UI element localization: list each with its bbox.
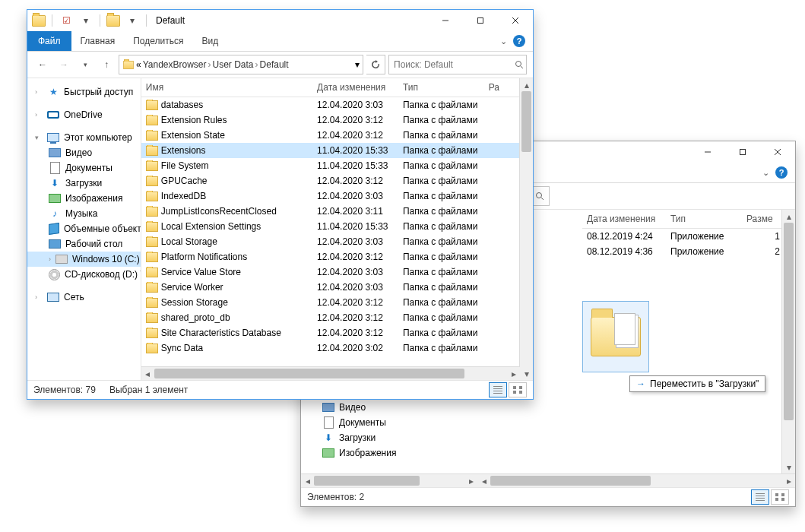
table-row[interactable]: Extension State12.04.2020 3:12Папка с фа… xyxy=(141,128,533,143)
nav-back-button[interactable]: ← xyxy=(33,55,52,74)
search-box[interactable] xyxy=(388,55,527,74)
minimize-button[interactable] xyxy=(690,141,725,163)
nav-up-button[interactable]: ↑ xyxy=(97,55,116,74)
nav-3d-objects[interactable]: Объемные объекты xyxy=(27,221,141,236)
col-date[interactable]: Дата изменения xyxy=(582,214,666,224)
table-row[interactable]: shared_proto_db12.04.2020 3:12Папка с фа… xyxy=(141,310,533,325)
navigation-pane[interactable]: ›★Быстрый доступ ›OneDrive ▾Этот компьют… xyxy=(27,78,141,380)
nav-drive-c[interactable]: ›Windows 10 (C:) xyxy=(27,252,141,267)
nav-desktop[interactable]: Рабочий стол xyxy=(27,236,141,252)
col-size[interactable]: Ра xyxy=(484,82,520,93)
folder-icon xyxy=(146,237,158,247)
table-row[interactable]: Extension Rules12.04.2020 3:12Папка с фа… xyxy=(141,112,533,128)
ribbon-collapse-icon[interactable]: ⌄ xyxy=(762,168,769,178)
close-button[interactable] xyxy=(760,141,795,163)
breadcrumb-root-icon[interactable] xyxy=(123,60,134,68)
crumb-yandexbrowser[interactable]: YandexBrowser› xyxy=(143,59,211,70)
table-row[interactable]: Local Storage12.04.2020 3:03Папка с файл… xyxy=(141,234,533,249)
nav-downloads[interactable]: ⬇Загрузки xyxy=(301,430,468,445)
table-row[interactable]: Service Value Store12.04.2020 3:03Папка … xyxy=(141,264,533,280)
crumb-userdata[interactable]: User Data› xyxy=(213,59,258,70)
close-button[interactable] xyxy=(498,10,533,31)
folder-icon xyxy=(146,222,158,232)
table-row[interactable]: GPUCache12.04.2020 3:12Папка с файлами xyxy=(141,173,533,188)
scroll-down-icon[interactable]: ▾ xyxy=(520,367,533,380)
list-hscroll[interactable]: ◂▸ xyxy=(477,473,795,487)
nav-this-pc[interactable]: ▾Этот компьютер xyxy=(27,130,141,145)
view-details-button[interactable] xyxy=(751,489,769,505)
nav-videos[interactable]: Видео xyxy=(301,400,468,415)
nav-onedrive[interactable]: ›OneDrive xyxy=(27,107,141,122)
table-row[interactable]: Local Extension Settings11.04.2020 15:33… xyxy=(141,219,533,234)
table-row[interactable]: databases12.04.2020 3:03Папка с файлами xyxy=(141,97,533,112)
minimize-button[interactable] xyxy=(428,10,463,31)
column-headers[interactable]: Имя Дата изменения Тип Ра xyxy=(141,78,533,97)
table-row[interactable]: Session Storage12.04.2020 3:12Папка с фа… xyxy=(141,295,533,310)
maximize-button[interactable] xyxy=(725,141,760,163)
table-row[interactable]: 08.12.2019 4:36Приложение2 xyxy=(582,244,795,259)
qat-customize-icon[interactable]: ▾ xyxy=(78,13,93,28)
nav-recent-button[interactable]: ▾ xyxy=(76,55,94,74)
col-type[interactable]: Тип xyxy=(398,82,484,93)
table-row[interactable]: IndexedDB12.04.2020 3:03Папка с файлами xyxy=(141,188,533,204)
view-details-button[interactable] xyxy=(489,382,507,397)
nav-hscroll[interactable]: ◂▸ xyxy=(301,473,477,487)
scroll-up-icon[interactable]: ▴ xyxy=(520,78,533,91)
maximize-button[interactable] xyxy=(463,10,498,31)
view-icons-button[interactable] xyxy=(509,382,527,397)
help-icon[interactable]: ? xyxy=(513,35,525,47)
chevron-icon[interactable]: « xyxy=(136,59,141,70)
col-name[interactable]: Имя xyxy=(141,82,312,93)
explorer-window-default[interactable]: ☑ ▾ ▾ Default Файл Главная Поделиться Ви… xyxy=(27,9,534,400)
nav-documents[interactable]: Документы xyxy=(301,415,468,430)
column-headers[interactable]: Дата изменения Тип Разме xyxy=(582,210,795,229)
table-row[interactable]: File System11.04.2020 15:33Папка с файла… xyxy=(141,158,533,173)
refresh-button[interactable] xyxy=(366,55,385,74)
col-type[interactable]: Тип xyxy=(666,214,742,224)
nav-drive-d[interactable]: CD-дисковод (D:) V xyxy=(27,267,141,282)
view-icons-button[interactable] xyxy=(771,489,789,505)
tab-share[interactable]: Поделиться xyxy=(124,31,192,51)
scroll-thumb[interactable] xyxy=(521,91,531,152)
ribbon-collapse-icon[interactable]: ⌄ xyxy=(500,36,507,46)
nav-music[interactable]: ♪Музыка xyxy=(27,206,141,221)
tab-home[interactable]: Главная xyxy=(71,31,125,51)
tab-view[interactable]: Вид xyxy=(192,31,227,51)
folder-icon xyxy=(146,100,158,110)
list-hscroll[interactable]: ◂▸ xyxy=(141,366,520,380)
nav-documents[interactable]: Документы xyxy=(27,160,141,176)
qat-properties-icon[interactable]: ☑ xyxy=(59,13,74,28)
chevron-down-icon[interactable]: ▾ xyxy=(355,59,360,70)
crumb-default[interactable]: Default xyxy=(260,59,289,70)
vertical-scrollbar[interactable]: ▴ ▾ xyxy=(519,78,533,380)
nav-videos[interactable]: Видео xyxy=(27,145,141,160)
help-icon[interactable]: ? xyxy=(775,166,788,179)
qat-new-folder-icon[interactable] xyxy=(106,15,120,27)
nav-quick-access[interactable]: ›★Быстрый доступ xyxy=(27,84,141,100)
scroll-thumb[interactable] xyxy=(784,223,794,420)
table-row[interactable]: Sync Data12.04.2020 3:02Папка с файлами xyxy=(141,340,533,356)
table-row[interactable]: JumpListIconsRecentClosed12.04.2020 3:11… xyxy=(141,204,533,219)
col-size[interactable]: Разме xyxy=(742,214,780,224)
nav-downloads[interactable]: ⬇Загрузки xyxy=(27,176,141,191)
table-row[interactable]: 08.12.2019 4:24Приложение1 xyxy=(582,229,795,244)
tab-file[interactable]: Файл xyxy=(27,31,71,51)
nav-network[interactable]: ›Сеть xyxy=(27,290,141,305)
nav-pictures[interactable]: Изображения xyxy=(27,191,141,206)
breadcrumb-bar[interactable]: « YandexBrowser› User Data› Default ▾ xyxy=(119,55,363,74)
col-date[interactable]: Дата изменения xyxy=(312,82,398,93)
table-row[interactable]: Extensions11.04.2020 15:33Папка с файлам… xyxy=(141,143,533,158)
folder-icon xyxy=(146,161,158,171)
search-input[interactable] xyxy=(389,59,512,70)
scroll-up-icon[interactable]: ▴ xyxy=(782,210,795,223)
table-row[interactable]: Service Worker12.04.2020 3:03Папка с фай… xyxy=(141,280,533,295)
search-icon[interactable] xyxy=(512,55,526,74)
table-row[interactable]: Site Characteristics Database12.04.2020 … xyxy=(141,325,533,340)
vertical-scrollbar[interactable]: ▴ ▾ xyxy=(781,210,795,473)
titlebar[interactable]: ☑ ▾ ▾ Default xyxy=(27,10,533,31)
qat-dropdown-icon[interactable]: ▾ xyxy=(125,13,140,28)
scroll-down-icon[interactable]: ▾ xyxy=(782,461,795,473)
nav-pictures[interactable]: Изображения xyxy=(301,445,468,461)
nav-forward-button[interactable]: → xyxy=(55,55,73,74)
table-row[interactable]: Platform Notifications12.04.2020 3:12Пап… xyxy=(141,249,533,264)
